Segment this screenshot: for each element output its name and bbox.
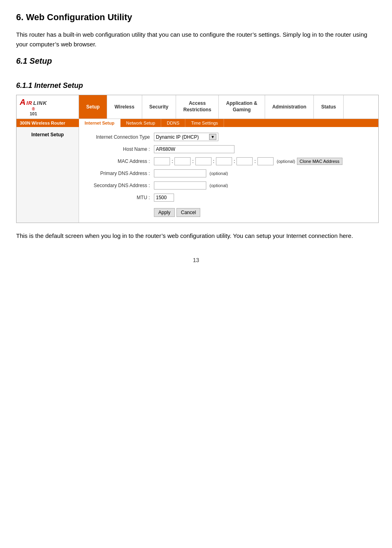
page-number: 13 xyxy=(16,257,376,263)
secondary-dns-row: Secondary DNS Address : (optional) xyxy=(85,181,372,190)
connection-type-value: Dynamic IP (DHCP) ▼ xyxy=(154,133,218,141)
select-arrow-icon: ▼ xyxy=(209,134,216,140)
mtu-input[interactable] xyxy=(154,194,174,202)
connection-type-label: Internet Connection Type xyxy=(85,134,154,140)
connection-type-text: Dynamic IP (DHCP) xyxy=(156,134,199,140)
second-nav-time-settings[interactable]: Time Settings xyxy=(185,119,224,127)
mac-input-3[interactable] xyxy=(195,157,212,165)
nav-tab-status[interactable]: Status xyxy=(314,95,344,119)
mac-input-2[interactable] xyxy=(174,157,191,165)
nav-tab-administration[interactable]: Administration xyxy=(265,95,314,119)
mac-address-row: MAC Address : : : : : : (optional) Clone… xyxy=(85,157,372,165)
mac-input-6[interactable] xyxy=(257,157,274,165)
page-title: 6. Web Configuration Utility xyxy=(16,12,376,23)
content-area: Internet Setup Internet Connection Type … xyxy=(17,127,378,223)
host-name-label: Host Name : xyxy=(85,146,154,152)
second-nav: 300N Wireless Router Internet Setup Netw… xyxy=(17,119,378,127)
connection-type-select[interactable]: Dynamic IP (DHCP) ▼ xyxy=(154,133,218,141)
secondary-dns-input[interactable] xyxy=(154,181,206,190)
second-nav-ddns[interactable]: DDNS xyxy=(161,119,185,127)
mac-address-label: MAC Address : xyxy=(85,158,154,164)
host-name-row: Host Name : xyxy=(85,145,372,153)
secondary-dns-optional: (optional) xyxy=(209,183,228,188)
form-buttons: Apply Cancel xyxy=(85,208,372,217)
left-panel: Internet Setup xyxy=(17,127,79,223)
mac-input-5[interactable] xyxy=(236,157,253,165)
secondary-dns-label: Secondary DNS Address : xyxy=(85,183,154,188)
second-nav-internet-setup[interactable]: Internet Setup xyxy=(79,119,120,127)
clone-mac-button[interactable]: Clone MAC Address xyxy=(297,158,342,165)
router-ui-screenshot: A IR LINK ® 101 Setup Wireless Security … xyxy=(16,95,379,223)
intro-text: This router has a built-in web configura… xyxy=(16,30,376,49)
nav-tab-application-gaming[interactable]: Application &Gaming xyxy=(219,95,265,119)
cancel-button[interactable]: Cancel xyxy=(176,208,200,217)
primary-dns-label: Primary DNS Address : xyxy=(85,171,154,176)
mac-address-inputs: : : : : : (optional) Clone MAC Address xyxy=(154,157,342,165)
top-nav: A IR LINK ® 101 Setup Wireless Security … xyxy=(17,95,378,119)
nav-tab-security[interactable]: Security xyxy=(142,95,176,119)
left-panel-title: Internet Setup xyxy=(20,132,75,138)
primary-dns-value: (optional) xyxy=(154,169,228,177)
primary-dns-optional: (optional) xyxy=(209,171,228,176)
nav-tabs: Setup Wireless Security AccessRestrictio… xyxy=(79,95,378,119)
mac-input-4[interactable] xyxy=(216,157,232,165)
mac-optional-text: (optional) xyxy=(277,159,295,164)
mtu-row: MTU : xyxy=(85,194,372,202)
secondary-dns-value: (optional) xyxy=(154,181,228,190)
second-nav-network-setup[interactable]: Network Setup xyxy=(120,119,161,127)
mtu-value xyxy=(154,194,174,202)
mac-input-1[interactable] xyxy=(154,157,170,165)
nav-tab-setup[interactable]: Setup xyxy=(79,95,107,119)
section-title: 6.1 Setup xyxy=(16,56,376,66)
main-panel: Internet Connection Type Dynamic IP (DHC… xyxy=(79,127,378,223)
host-name-value xyxy=(154,145,234,153)
mtu-label: MTU : xyxy=(85,195,154,200)
primary-dns-row: Primary DNS Address : (optional) xyxy=(85,169,372,177)
nav-tab-wireless[interactable]: Wireless xyxy=(107,95,142,119)
apply-button[interactable]: Apply xyxy=(154,208,175,217)
logo-area: A IR LINK ® 101 xyxy=(17,95,79,119)
second-nav-tabs: Internet Setup Network Setup DDNS Time S… xyxy=(79,119,224,127)
subsection-title: 6.1.1 Internet Setup xyxy=(16,81,376,90)
connection-type-row: Internet Connection Type Dynamic IP (DHC… xyxy=(85,133,372,141)
primary-dns-input[interactable] xyxy=(154,169,206,177)
nav-tab-access-restrictions[interactable]: AccessRestrictions xyxy=(176,95,219,119)
description-text: This is the default screen when you log … xyxy=(16,231,376,241)
host-name-input[interactable] xyxy=(154,145,234,153)
airlink-logo: A IR LINK ® 101 xyxy=(20,98,47,116)
device-label: 300N Wireless Router xyxy=(17,119,79,127)
